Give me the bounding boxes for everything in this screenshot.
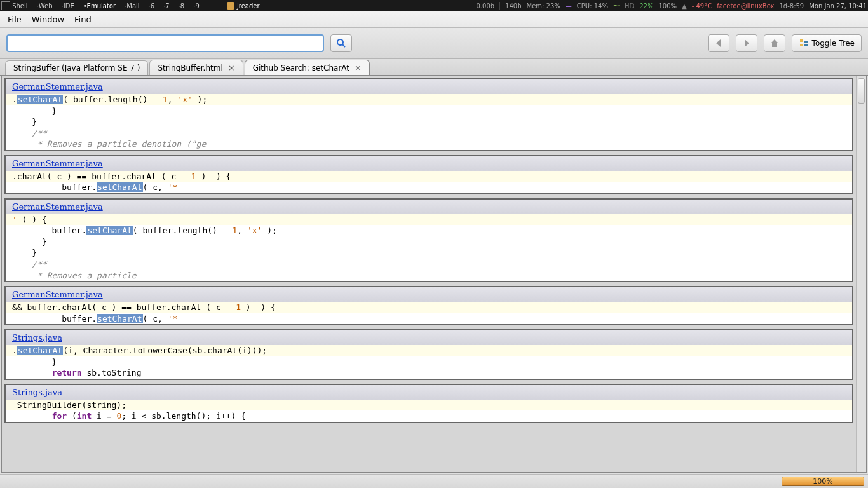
code-snippet: && buffer.charAt( c ) == buffer.charAt (… — [6, 302, 852, 324]
result-file-link[interactable]: GermanStemmer.java — [12, 159, 103, 168]
home-icon — [770, 38, 780, 48]
result-header: Strings.java — [6, 385, 852, 400]
tab-2[interactable]: Github Search: setCharAt× — [245, 60, 370, 75]
code-snippet: .setCharAt(i, Character.toLowerCase(sb.c… — [6, 345, 852, 379]
workspace-8[interactable]: ·8 — [179, 3, 185, 10]
workspace-list: ·Shell·Web·IDE•Emulator·Mail·6·7·8·9 — [10, 3, 227, 10]
search-results: GermanStemmer.java.setCharAt( buffer.len… — [2, 76, 856, 472]
net-down: 0.00b — [476, 3, 494, 10]
hd-label: HD — [625, 3, 634, 10]
tab-label: StringBuffer (Java Platform SE 7 ) — [13, 64, 140, 72]
clock: Mon Jan 27, 10:41 — [809, 3, 867, 10]
workspace-emulator[interactable]: •Emulator — [83, 3, 116, 10]
hd-pct: 22% — [639, 3, 653, 10]
workspace-6[interactable]: ·6 — [149, 3, 155, 10]
toggle-tree-label: Toggle Tree — [812, 39, 855, 48]
highlight-match: setCharAt — [17, 95, 63, 104]
svg-rect-5 — [804, 44, 808, 46]
result-file-link[interactable]: Strings.java — [12, 388, 62, 397]
code-line: StringBuilder(string); — [6, 400, 852, 411]
search-icon — [336, 38, 346, 48]
java-icon — [227, 2, 234, 10]
mem: Mem: 23% — [527, 3, 560, 10]
highlight-match: setCharAt — [17, 346, 63, 355]
code-line: * Removes a particle — [6, 270, 852, 281]
system-tray: ·Shell·Web·IDE•Emulator·Mail·6·7·8·9 Jre… — [0, 0, 868, 11]
search-result: GermanStemmer.java&& buffer.charAt( c ) … — [4, 286, 853, 325]
workspace-mail[interactable]: ·Mail — [125, 3, 140, 10]
code-snippet: StringBuilder(string); for (int i = 0; i… — [6, 400, 852, 422]
code-snippet: ' ) ) { buffer.setCharAt( buffer.length(… — [6, 214, 852, 281]
scrollbar-thumb[interactable] — [858, 78, 865, 104]
toolbar: Toggle Tree — [0, 28, 868, 59]
result-file-link[interactable]: GermanStemmer.java — [12, 82, 103, 92]
result-header: GermanStemmer.java — [6, 156, 852, 171]
tab-1[interactable]: StringBuffer.html× — [149, 60, 243, 75]
result-file-link[interactable]: Strings.java — [12, 333, 62, 342]
status-bar: 100% — [0, 474, 868, 488]
tree-icon — [799, 38, 809, 48]
workspace-grid-icon — [1, 1, 10, 10]
search-result: Strings.java.setCharAt(i, Character.toLo… — [4, 329, 853, 380]
tab-bar: StringBuffer (Java Platform SE 7 )String… — [0, 59, 868, 76]
menu-find[interactable]: Find — [72, 13, 94, 25]
temperature: - 49°C — [692, 3, 712, 10]
workspace-ide[interactable]: ·IDE — [62, 3, 74, 10]
net-up: 140b — [505, 3, 521, 10]
code-line: } — [6, 236, 852, 248]
code-line: .charAt( c ) == buffer.charAt ( c - 1 ) … — [6, 171, 852, 182]
highlight-match: setCharAt — [86, 226, 132, 235]
menu-file[interactable]: File — [5, 13, 24, 25]
code-line: } — [6, 105, 852, 117]
menu-window[interactable]: Window — [29, 13, 67, 25]
workspace-9[interactable]: ·9 — [193, 3, 200, 10]
forward-arrow-icon — [742, 38, 752, 48]
search-button[interactable] — [330, 34, 352, 52]
code-line: .setCharAt( buffer.length() - 1, 'x' ); — [6, 94, 852, 105]
workspace-7[interactable]: ·7 — [163, 3, 170, 10]
result-header: GermanStemmer.java — [6, 79, 852, 94]
tab-label: StringBuffer.html — [158, 64, 222, 72]
code-line: buffer.setCharAt( c, '* — [6, 182, 852, 193]
result-header: GermanStemmer.java — [6, 200, 852, 214]
toggle-tree-button[interactable]: Toggle Tree — [792, 34, 862, 52]
svg-line-1 — [342, 44, 345, 47]
close-icon[interactable]: × — [228, 63, 235, 72]
svg-rect-2 — [800, 39, 803, 42]
home-button[interactable] — [764, 34, 785, 52]
uptime: 1d-8:59 — [779, 3, 804, 10]
highlight-match: setCharAt — [97, 182, 142, 192]
code-line: } — [6, 247, 852, 259]
back-button[interactable] — [708, 34, 729, 52]
code-line: /** — [6, 259, 852, 270]
battery: 100% — [658, 3, 677, 10]
progress-label: 100% — [813, 477, 832, 485]
vertical-scrollbar[interactable] — [856, 76, 866, 472]
result-file-link[interactable]: GermanStemmer.java — [12, 202, 103, 212]
active-window-title: Jreader — [227, 2, 260, 10]
cpu: CPU: 14% — [577, 3, 608, 10]
forward-button[interactable] — [736, 34, 757, 52]
result-header: Strings.java — [6, 330, 852, 345]
user-host: facetoe@linuxBox — [717, 3, 774, 10]
workspace-web[interactable]: ·Web — [37, 3, 53, 10]
result-file-link[interactable]: GermanStemmer.java — [12, 290, 103, 299]
up-triangle-icon: ▲ — [682, 3, 687, 10]
workspace-shell[interactable]: ·Shell — [10, 3, 28, 10]
progress-bar: 100% — [782, 477, 864, 486]
code-line: /** — [6, 128, 852, 139]
code-line: return sb.toString — [6, 367, 852, 379]
svg-point-0 — [337, 39, 343, 45]
menu-bar: FileWindowFind — [0, 11, 868, 28]
highlight-match: setCharAt — [97, 314, 142, 323]
code-line: buffer.setCharAt( buffer.length() - 1, '… — [6, 225, 852, 236]
code-line: && buffer.charAt( c ) == buffer.charAt (… — [6, 302, 852, 313]
search-input[interactable] — [6, 34, 324, 52]
tab-0[interactable]: StringBuffer (Java Platform SE 7 ) — [5, 60, 148, 75]
search-result: GermanStemmer.java' ) ) { buffer.setChar… — [4, 198, 853, 282]
code-snippet: .charAt( c ) == buffer.charAt ( c - 1 ) … — [6, 171, 852, 193]
result-header: GermanStemmer.java — [6, 287, 852, 302]
search-result: Strings.java StringBuilder(string); for … — [4, 384, 853, 423]
close-icon[interactable]: × — [355, 63, 362, 72]
back-arrow-icon — [714, 38, 724, 48]
